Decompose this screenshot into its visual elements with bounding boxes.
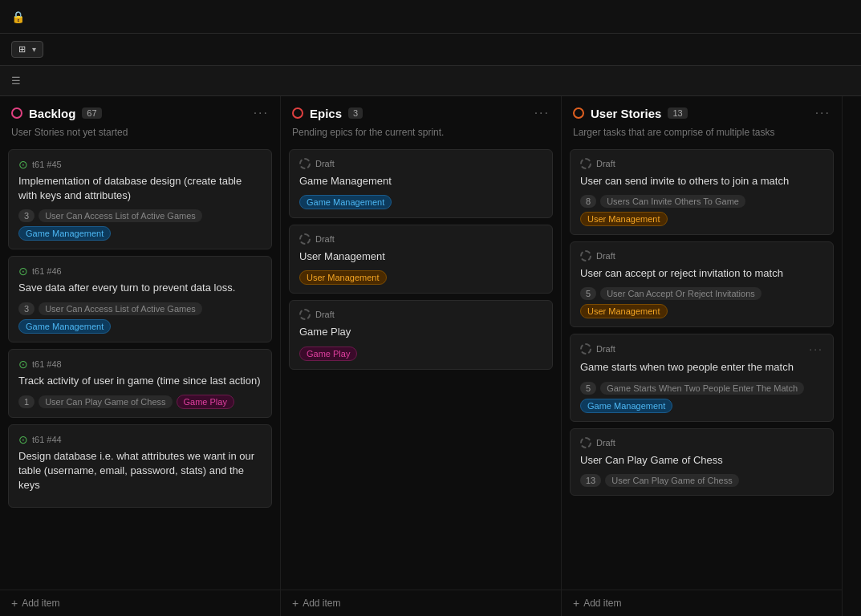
tag[interactable]: User Can Accept Or Reject Invitations (600, 287, 761, 300)
dropdown-arrow-icon: ▾ (32, 45, 36, 54)
tag[interactable]: Game Management (580, 399, 672, 413)
tag[interactable]: User Can Access List of Active Games (39, 302, 202, 315)
tag[interactable]: 8 (580, 195, 596, 208)
tag[interactable]: Game Play (299, 346, 357, 361)
draft-label: Draft (596, 159, 615, 168)
add-item-label: Add item (22, 598, 59, 609)
tag[interactable]: 5 (580, 287, 596, 300)
card-id: ⊙ t61 #46 (18, 265, 262, 278)
column-title: User Stories (591, 107, 661, 120)
card-tags: 3User Can Access List of Active GamesGam… (18, 209, 262, 241)
card-list: Draft Game Management Game Management Dr… (281, 146, 561, 590)
draft-title: Game Management (299, 174, 542, 188)
card-tags: 3User Can Access List of Active GamesGam… (18, 302, 262, 334)
draft-label: Draft (596, 251, 615, 261)
draft-label: Draft (315, 310, 335, 319)
view-button[interactable]: ⊞ ▾ (11, 41, 43, 58)
column-menu-button[interactable]: ··· (815, 106, 831, 120)
column-title: Epics (310, 107, 342, 120)
draft-card[interactable]: Draft ··· Game starts when two people en… (570, 334, 834, 421)
card[interactable]: ⊙ t61 #44 Design database i.e. what attr… (8, 424, 272, 509)
tag[interactable]: Game Management (18, 226, 111, 241)
card-id-text: t61 #48 (32, 359, 62, 369)
draft-circle-icon (299, 158, 311, 169)
card-list: Draft User can send invite to others to … (562, 146, 842, 590)
filter-bar[interactable]: ☰ (0, 66, 861, 96)
card[interactable]: ⊙ t61 #46 Save data after every turn to … (8, 256, 272, 342)
tag[interactable]: Game Starts When Two People Enter The Ma… (600, 382, 804, 395)
column-count: 13 (668, 107, 687, 119)
tag[interactable]: User Can Access List of Active Games (39, 209, 202, 222)
tag[interactable]: User Can Play Game of Chess (605, 474, 738, 487)
draft-card[interactable]: Draft User can send invite to others to … (570, 149, 834, 235)
column-menu-button[interactable]: ··· (534, 106, 550, 120)
card[interactable]: ⊙ t61 #48 Track activity of user in game… (8, 349, 272, 418)
column-footer: + Add item (281, 590, 561, 616)
view-icon: ⊞ (18, 44, 26, 55)
tag[interactable]: 13 (580, 474, 601, 487)
card-tags: Game Play (299, 346, 542, 361)
tag[interactable]: Game Play (177, 395, 234, 409)
draft-card[interactable]: Draft User Can Play Game of Chess 13User… (570, 428, 834, 496)
card-title: Track activity of user in game (time sin… (18, 374, 262, 388)
draft-header: Draft ··· (580, 342, 823, 355)
draft-title: User can send invite to others to join a… (580, 174, 823, 188)
tag[interactable]: User Management (580, 212, 668, 226)
lock-icon: 🔒 (11, 10, 25, 23)
tag[interactable]: Users Can Invite Others To Game (600, 195, 745, 208)
tag[interactable]: 1 (18, 395, 35, 408)
column-header: User Stories 13 ··· (562, 96, 842, 127)
card-id-text: t61 #45 (32, 160, 62, 169)
draft-card[interactable]: Draft User can accept or reject invitati… (570, 241, 834, 327)
add-item-button[interactable]: + Add item (292, 597, 341, 610)
tag[interactable]: 3 (18, 209, 35, 222)
column-count: 67 (82, 107, 101, 119)
tag[interactable]: 5 (580, 382, 596, 395)
draft-circle-icon (580, 343, 591, 355)
add-item-button[interactable]: + Add item (11, 597, 60, 610)
column-description: Pending epics for the current sprint. (281, 127, 561, 146)
card-id-text: t61 #44 (32, 435, 62, 444)
column-title: Backlog (29, 107, 75, 120)
draft-card[interactable]: Draft Game Play Game Play (289, 300, 553, 369)
card-tags: 1User Can Play Game of ChessGame Play (18, 395, 262, 409)
column-header: Backlog 67 ··· (0, 96, 280, 127)
column-header: Epics 3 ··· (281, 96, 561, 127)
draft-card[interactable]: Draft User Management User Management (289, 225, 553, 294)
draft-circle-icon (299, 309, 311, 320)
tag[interactable]: User Management (299, 270, 387, 285)
tag[interactable]: User Management (580, 304, 668, 318)
draft-label: Draft (596, 344, 615, 354)
draft-menu-button[interactable]: ··· (809, 342, 823, 355)
status-circle (11, 107, 22, 119)
card-tags: Game Management (299, 195, 542, 209)
column-footer: + Add item (562, 590, 842, 616)
card-id-text: t61 #46 (32, 266, 62, 276)
column-menu-button[interactable]: ··· (254, 106, 269, 120)
draft-circle-icon (580, 437, 591, 448)
card-title: Save data after every turn to prevent da… (18, 281, 262, 295)
new-view-button[interactable] (50, 47, 63, 52)
draft-title: User can accept or reject invitation to … (580, 266, 823, 281)
draft-card[interactable]: Draft Game Management Game Management (289, 149, 553, 218)
card[interactable]: ⊙ t61 #45 Implementation of database des… (8, 149, 272, 249)
plus-icon: + (292, 597, 299, 610)
card-title: Design database i.e. what attributes we … (18, 449, 262, 493)
draft-circle-icon (580, 158, 591, 169)
draft-circle-icon (580, 250, 591, 261)
draft-label: Draft (315, 159, 335, 168)
column-epics: Epics 3 ··· Pending epics for the curren… (281, 96, 562, 616)
add-item-label: Add item (583, 598, 621, 609)
check-circle-icon: ⊙ (18, 158, 28, 171)
status-circle (573, 107, 584, 119)
tag[interactable]: Game Management (299, 195, 392, 209)
draft-header: Draft (299, 309, 542, 320)
add-item-button[interactable]: + Add item (573, 597, 622, 610)
card-id: ⊙ t61 #45 (18, 158, 262, 171)
tag[interactable]: User Can Play Game of Chess (39, 395, 172, 408)
tag[interactable]: 3 (18, 302, 35, 315)
draft-title: User Can Play Game of Chess (580, 453, 823, 468)
tag[interactable]: Game Management (18, 319, 111, 334)
card-id: ⊙ t61 #44 (18, 433, 262, 446)
draft-circle-icon (299, 233, 311, 245)
